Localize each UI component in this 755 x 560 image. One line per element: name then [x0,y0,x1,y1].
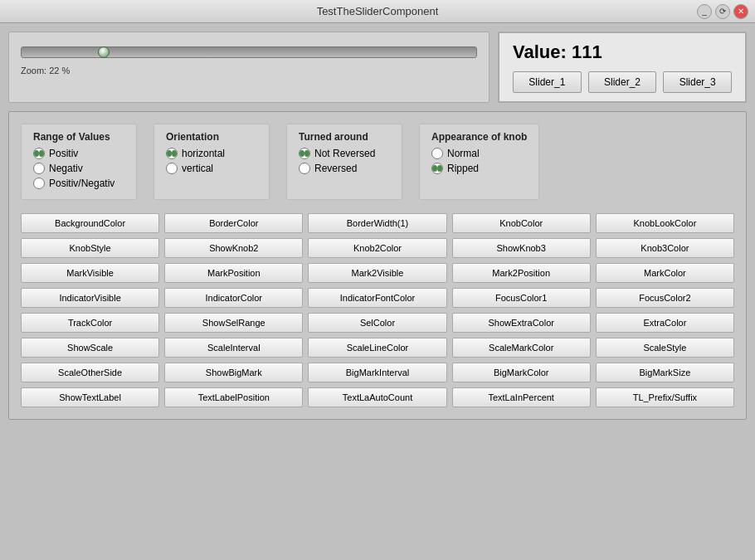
turned-not-reversed-radio[interactable] [299,148,310,159]
range-positiv-negativ-radio[interactable] [33,178,45,189]
prop-btn-mark2position[interactable]: Mark2Position [452,263,591,283]
range-negativ-option[interactable]: Negativ [33,163,124,174]
prop-btn-bigmarkinterval[interactable]: BigMarkInterval [308,363,446,382]
range-positiv-negativ-label: Positiv/Negativ [49,178,114,189]
prop-btn-borderwidth-1-[interactable]: BorderWidth(1) [308,213,446,233]
property-buttons-grid: BackgroundColorBorderColorBorderWidth(1)… [21,213,734,407]
prop-btn-backgroundcolor[interactable]: BackgroundColor [21,213,159,233]
prop-btn-indicatorcolor[interactable]: IndicatorColor [164,288,303,308]
orientation-vertical-radio[interactable] [166,163,178,174]
orientation-group: Orientation horizontal vertical [153,124,270,200]
slider-panel: Zoom: 22 % [8,32,490,103]
prop-btn-showselrange[interactable]: ShowSelRange [164,313,303,333]
range-negativ-label: Negativ [49,163,83,174]
prop-btn-scaleinterval[interactable]: ScaleInterval [164,338,303,358]
prop-btn-selcolor[interactable]: SelColor [308,313,446,333]
appearance-ripped-label: Ripped [447,163,479,174]
prop-btn-trackcolor[interactable]: TrackColor [21,313,159,333]
turned-not-reversed-option[interactable]: Not Reversed [299,148,390,159]
prop-btn-showextracolor[interactable]: ShowExtraColor [452,313,591,333]
prop-btn-extracolor[interactable]: ExtraColor [596,313,734,333]
prop-btn-scaleotherside[interactable]: ScaleOtherSide [21,363,159,382]
properties-panel: Range of Values Positiv Negativ Positiv/… [8,111,747,420]
range-positiv-option[interactable]: Positiv [33,148,124,159]
orientation-vertical-option[interactable]: vertical [166,163,257,174]
turned-reversed-label: Reversed [314,163,357,174]
prop-btn-indicatorfontcolor[interactable]: IndicatorFontColor [308,288,446,308]
appearance-ripped-radio[interactable] [431,163,443,174]
orientation-horizontal-label: horizontal [182,148,225,159]
prop-btn-scalestyle[interactable]: ScaleStyle [596,338,734,358]
prop-btn-textlabelposition[interactable]: TextLabelPosition [164,387,303,407]
orientation-horizontal-option[interactable]: horizontal [166,148,257,159]
prop-btn-markvisible[interactable]: MarkVisible [21,263,159,283]
prop-btn-bigmarksize[interactable]: BigMarkSize [596,363,734,382]
zoom-label: Zoom: [21,66,46,75]
appearance-group: Appearance of knob Normal Ripped [419,124,539,200]
appearance-normal-radio[interactable] [431,148,443,159]
prop-btn-markposition[interactable]: MarkPosition [164,263,303,283]
orientation-group-title: Orientation [166,131,257,143]
prop-btn-knob3color[interactable]: Knob3Color [596,238,734,258]
turned-reversed-radio[interactable] [299,163,310,174]
minimize-button[interactable]: _ [697,4,712,19]
prop-btn-mark2visible[interactable]: Mark2Visible [308,263,446,283]
value-panel: Value: 111 Slider_1 Slider_2 Slider_3 [498,32,747,103]
turned-group-title: Turned around [299,131,390,143]
prop-btn-tl-prefix-suffix[interactable]: TL_Prefix/Suffix [596,387,734,407]
prop-btn-focuscolor2[interactable]: FocusColor2 [596,288,734,308]
turned-not-reversed-label: Not Reversed [314,148,375,159]
zoom-value: 22 [49,66,59,75]
close-button[interactable]: ✕ [733,4,748,19]
zoom-unit: % [62,66,71,75]
prop-btn-focuscolor1[interactable]: FocusColor1 [452,288,591,308]
prop-btn-scalemarkcolor[interactable]: ScaleMarkColor [452,338,591,358]
range-group-title: Range of Values [33,131,124,143]
prop-btn-showknob3[interactable]: ShowKnob3 [452,238,591,258]
appearance-ripped-option[interactable]: Ripped [431,163,527,174]
range-positiv-negativ-option[interactable]: Positiv/Negativ [33,178,124,189]
slider-track[interactable] [21,46,477,58]
orientation-vertical-label: vertical [182,163,213,174]
appearance-normal-option[interactable]: Normal [431,148,527,159]
prop-btn-knob2color[interactable]: Knob2Color [308,238,446,258]
prop-btn-showscale[interactable]: ShowScale [21,338,159,358]
appearance-group-title: Appearance of knob [431,131,527,143]
restore-button[interactable]: ⟳ [715,4,730,19]
appearance-normal-label: Normal [447,148,480,159]
prop-btn-textlainpercent[interactable]: TextLaInPercent [452,387,591,407]
prop-btn-knoblookcolor[interactable]: KnobLookColor [596,213,734,233]
prop-btn-bigmarkcolor[interactable]: BigMarkColor [452,363,591,382]
title-bar: TestTheSliderComponent _ ⟳ ✕ [0,0,755,23]
range-of-values-group: Range of Values Positiv Negativ Positiv/… [21,124,137,200]
value-display: Value: 111 [513,41,732,63]
slider-thumb[interactable] [98,46,110,58]
slider-1-button[interactable]: Slider_1 [513,71,582,93]
prop-btn-knobstyle[interactable]: KnobStyle [21,238,159,258]
prop-btn-showtextlabel[interactable]: ShowTextLabel [21,387,159,407]
turned-reversed-option[interactable]: Reversed [299,163,390,174]
range-positiv-label: Positiv [49,148,78,159]
prop-btn-showbigmark[interactable]: ShowBigMark [164,363,303,382]
prop-btn-bordercolor[interactable]: BorderColor [164,213,303,233]
turned-around-group: Turned around Not Reversed Reversed [286,124,402,200]
window-title: TestTheSliderComponent [317,5,439,17]
range-positiv-radio[interactable] [33,148,45,159]
prop-btn-scalelinecolor[interactable]: ScaleLineColor [308,338,446,358]
prop-btn-showknob2[interactable]: ShowKnob2 [164,238,303,258]
slider-2-button[interactable]: Slider_2 [588,71,657,93]
orientation-horizontal-radio[interactable] [166,148,178,159]
range-negativ-radio[interactable] [33,163,45,174]
prop-btn-textlaautocount[interactable]: TextLaAutoCount [308,387,446,407]
prop-btn-knobcolor[interactable]: KnobColor [452,213,591,233]
slider-3-button[interactable]: Slider_3 [663,71,732,93]
prop-btn-indicatorvisible[interactable]: IndicatorVisible [21,288,159,308]
prop-btn-markcolor[interactable]: MarkColor [596,263,734,283]
